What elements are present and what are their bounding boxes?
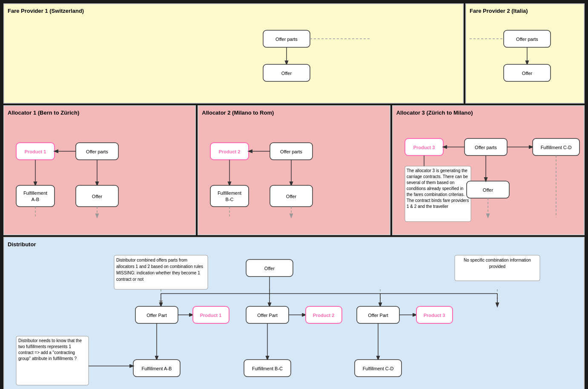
svg-text:Offer parts: Offer parts — [275, 37, 298, 42]
allocator-1-diagram: Product 1 Offer parts Fulfillement A-B O… — [8, 119, 192, 230]
top-row: Fare Provider 1 (Switzerland) Offer part… — [3, 3, 585, 104]
svg-text:Product 2: Product 2 — [219, 149, 241, 154]
distributor: Distributor Distributor combined offers … — [3, 237, 585, 389]
svg-text:B-C: B-C — [226, 197, 234, 202]
svg-text:Offer parts: Offer parts — [475, 145, 497, 150]
distributor-note3: Distributor needs to know that the two f… — [18, 338, 86, 362]
allocator-1: Allocator 1 (Bern to Zürich) Product 1 O… — [3, 105, 196, 235]
allocator-3-title: Allocator 3 (Zürich to Milano) — [396, 109, 580, 116]
allocator-3: Allocator 3 (Zürich to Milano) Product 3 — [392, 105, 585, 235]
middle-row: Allocator 1 (Bern to Zürich) Product 1 O… — [3, 105, 585, 235]
svg-text:A-B: A-B — [32, 197, 39, 202]
svg-text:Fulfillment C-D: Fulfillment C-D — [363, 366, 394, 371]
svg-text:Product 3: Product 3 — [413, 145, 435, 150]
svg-text:Product 1: Product 1 — [200, 313, 222, 318]
fare-provider-1: Fare Provider 1 (Switzerland) Offer part… — [3, 3, 464, 104]
svg-text:Fulfillement: Fulfillement — [218, 190, 241, 196]
allocator-3-note: The allocator 3 is generating the carria… — [407, 168, 469, 210]
allocator-1-title: Allocator 1 (Bern to Zürich) — [8, 109, 192, 116]
distributor-diagram: Distributor combined offers parts from a… — [8, 251, 580, 389]
svg-rect-33 — [210, 185, 249, 207]
svg-text:Fulfillment C-D: Fulfillment C-D — [540, 145, 571, 150]
svg-text:Product 2: Product 2 — [313, 313, 335, 318]
svg-text:Offer: Offer — [281, 71, 292, 76]
svg-text:Offer parts: Offer parts — [86, 149, 108, 154]
svg-text:Product 1: Product 1 — [25, 149, 46, 154]
svg-text:Offer: Offer — [483, 187, 493, 193]
svg-text:Offer: Offer — [286, 194, 297, 199]
fare-provider-2-diagram: Offer parts Offer — [470, 17, 580, 98]
svg-text:Offer: Offer — [264, 266, 275, 271]
distributor-note2: No specific combination information prov… — [457, 257, 538, 270]
svg-text:Offer parts: Offer parts — [516, 37, 538, 42]
distributor-title: Distributor — [8, 241, 580, 248]
fare-provider-1-title: Fare Provider 1 (Switzerland) — [8, 8, 459, 14]
svg-text:Offer Part: Offer Part — [257, 313, 277, 318]
allocator-3-diagram: Product 3 Offer parts Fulfillment C-D Th… — [396, 119, 580, 230]
fare-provider-2-title: Fare Provider 2 (Italia) — [470, 8, 580, 14]
fare-provider-1-diagram: Offer parts Offer — [8, 17, 459, 98]
svg-text:Offer: Offer — [522, 71, 533, 76]
allocator-2-title: Allocator 2 (Milano to Rom) — [202, 109, 386, 116]
fare-provider-2: Fare Provider 2 (Italia) Offer parts Off… — [465, 3, 585, 104]
svg-text:Offer Part: Offer Part — [368, 313, 388, 318]
svg-text:Product 3: Product 3 — [424, 313, 445, 318]
svg-rect-19 — [16, 185, 54, 207]
allocator-2-diagram: Product 2 Offer parts Fulfillement B-C O… — [202, 119, 386, 230]
svg-text:Offer parts: Offer parts — [280, 149, 302, 154]
svg-text:Fulfillment A-B: Fulfillment A-B — [142, 366, 172, 371]
svg-text:Fulfillement: Fulfillement — [23, 190, 47, 196]
svg-text:Offer: Offer — [92, 194, 103, 199]
svg-text:Offer Part: Offer Part — [146, 313, 166, 318]
main-container: Fare Provider 1 (Switzerland) Offer part… — [3, 3, 585, 389]
distributor-note1: Distributor combined offers parts from a… — [116, 257, 206, 282]
svg-text:Fulfillment B-C: Fulfillment B-C — [252, 366, 283, 371]
allocator-2: Allocator 2 (Milano to Rom) Product 2 Of… — [198, 105, 390, 235]
